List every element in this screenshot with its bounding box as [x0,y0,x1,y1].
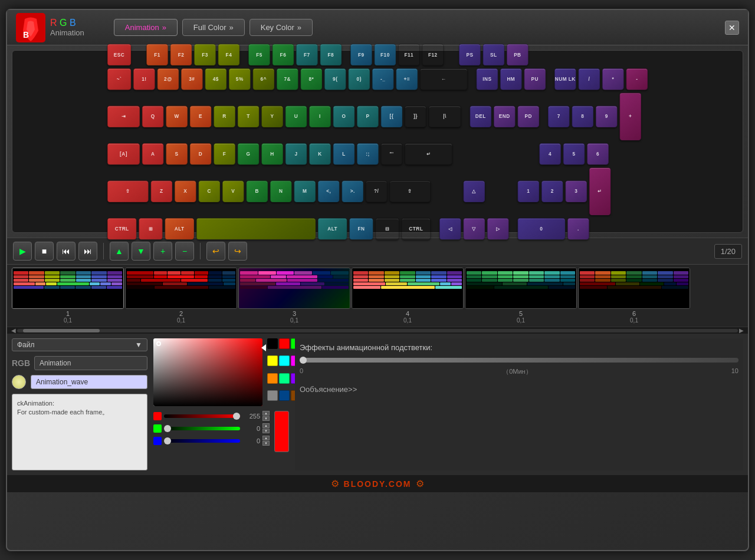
key-m[interactable]: M [294,180,316,202]
explain-link[interactable]: Ообъяснение>> [300,385,738,394]
b-slider[interactable] [164,439,240,443]
key-np2[interactable]: 2 [541,180,563,202]
key-npminus[interactable]: - [626,68,648,90]
key-lalt[interactable]: ALT [165,218,194,239]
thumb-img-5[interactable] [465,268,577,309]
key-d[interactable]: D [190,143,212,164]
scroll-track[interactable] [17,329,738,332]
key-v[interactable]: V [222,180,244,202]
key-h[interactable]: H [261,143,283,164]
close-button[interactable]: ✕ [725,21,739,35]
key-f12[interactable]: F12 [422,44,444,65]
thumbnail-6[interactable]: 6 0,1 [578,268,690,324]
key-quote[interactable]: "' [381,143,403,164]
thumb-img-2[interactable] [125,268,237,309]
key-1[interactable]: 1! [133,68,155,90]
animation-name-input[interactable] [31,375,147,389]
key-pb[interactable]: PB [507,44,528,65]
key-space[interactable] [196,218,316,239]
key-a[interactable]: A [142,143,164,164]
preset-color-888888[interactable] [267,390,278,401]
key-backslash[interactable]: |\ [428,106,461,127]
prev-button[interactable]: ⏮ [57,242,76,261]
key-f2[interactable]: F2 [170,44,192,65]
key-f[interactable]: F [214,143,235,164]
key-tab[interactable]: ⇥ [107,106,140,127]
key-np6[interactable]: 6 [587,143,609,164]
key-e[interactable]: E [190,106,212,127]
key-esc[interactable]: ESC [107,44,131,65]
key-numlk[interactable]: NUM LK [554,68,576,90]
key-u[interactable]: U [285,106,307,127]
thumb-img-4[interactable] [352,268,464,309]
preset-color-ffff00[interactable] [267,355,278,366]
key-l[interactable]: L [333,143,355,164]
key-rshift[interactable]: ⇧ [389,180,431,202]
key-sl[interactable]: SL [482,44,504,65]
key-t[interactable]: T [238,106,260,127]
move-up-button[interactable]: ▲ [110,242,129,261]
key-w[interactable]: W [166,106,188,127]
stop-button[interactable]: ■ [35,242,54,261]
preset-color-004488[interactable] [279,390,290,401]
key-down[interactable]: ▽ [463,218,485,239]
key-y[interactable]: Y [261,106,283,127]
key-minus[interactable]: -_ [372,68,394,90]
scroll-thumb[interactable] [23,329,100,332]
key-del[interactable]: DEL [470,106,491,127]
key-lwin[interactable]: ⊞ [139,218,162,239]
key-0[interactable]: 0) [348,68,370,90]
key-hm[interactable]: HM [500,68,522,90]
key-backspace[interactable]: ← [420,68,468,90]
move-down-button[interactable]: ▼ [132,242,150,261]
key-k[interactable]: K [309,143,331,164]
key-lshift[interactable]: ⇧ [107,180,149,202]
key-pd[interactable]: PD [517,106,539,127]
thumb-img-1[interactable] [12,268,124,309]
preset-color-ff0000[interactable] [279,338,290,349]
key-j[interactable]: J [285,143,307,164]
key-c[interactable]: C [198,180,220,202]
key-rbracket[interactable]: ]} [405,106,426,127]
tab-key-color[interactable]: Key Color » [250,19,313,36]
key-np1[interactable]: 1 [517,180,539,202]
key-ralt[interactable]: ALT [318,218,347,239]
key-s[interactable]: S [166,143,188,164]
tab-full-color[interactable]: Full Color » [182,19,245,36]
key-f9[interactable]: F9 [350,44,372,65]
g-slider[interactable] [164,427,240,430]
key-4[interactable]: 4$ [205,68,226,90]
g-up-button[interactable]: ▲ [262,423,270,428]
preset-color-00ff88[interactable] [279,373,290,384]
key-caps[interactable]: [A] [107,143,140,164]
key-7[interactable]: 7& [277,68,298,90]
key-slash[interactable]: ?/ [366,180,388,202]
color-gradient[interactable] [153,338,262,406]
key-np8[interactable]: 8 [572,106,593,127]
key-left[interactable]: ◁ [439,218,461,239]
scroll-right-arrow[interactable]: ▶ [738,327,745,334]
r-slider[interactable] [164,414,240,418]
key-f3[interactable]: F3 [194,44,216,65]
key-x[interactable]: X [175,180,196,202]
key-equals[interactable]: += [396,68,418,90]
key-i[interactable]: I [309,106,331,127]
thumbnail-4[interactable]: 4 0,1 [352,268,464,324]
key-period[interactable]: >. [342,180,363,202]
key-5[interactable]: 5% [229,68,251,90]
b-down-button[interactable]: ▼ [262,441,270,446]
key-end[interactable]: END [494,106,516,127]
key-ins[interactable]: INS [476,68,498,90]
key-f10[interactable]: F10 [374,44,396,65]
key-g[interactable]: G [238,143,260,164]
key-f4[interactable]: F4 [218,44,240,65]
r-down-button[interactable]: ▼ [262,416,270,421]
key-npenter[interactable]: ↵ [589,167,611,215]
next-button[interactable]: ⏭ [78,242,97,261]
key-np3[interactable]: 3 [565,180,587,202]
key-npstar[interactable]: * [602,68,624,90]
key-r[interactable]: R [214,106,235,127]
key-b[interactable]: B [246,180,268,202]
key-np0[interactable]: 0 [517,218,565,239]
key-right[interactable]: ▷ [487,218,509,239]
